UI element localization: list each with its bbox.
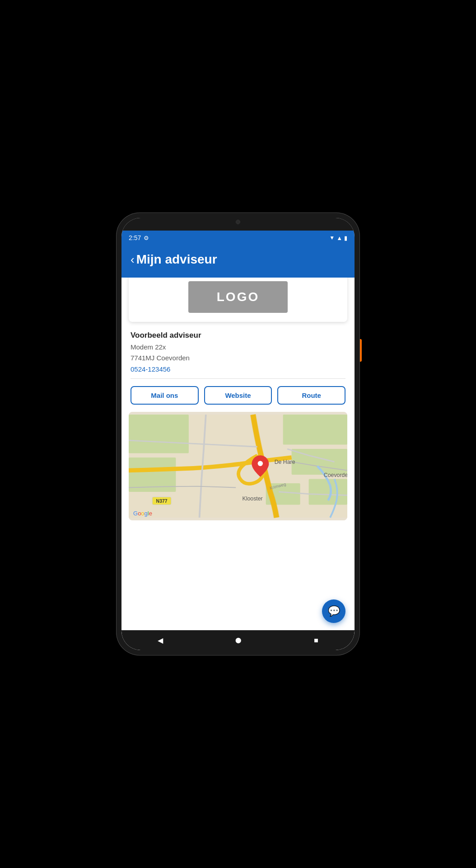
notch	[211, 218, 265, 226]
google-g: G	[133, 510, 138, 517]
svg-text:Coevorder: Coevorder	[324, 472, 347, 478]
svg-text:De Hare: De Hare	[275, 459, 295, 465]
phone-frame: 2:57 ⚙ ▼ ▲ ▮ ‹ Mijn adviseur LOGO	[116, 212, 360, 656]
svg-rect-1	[129, 415, 189, 453]
website-button[interactable]: Website	[204, 386, 272, 405]
bottom-nav-bar: ◀ ⬤ ◼	[121, 630, 355, 650]
google-logo: Google	[133, 510, 152, 517]
advisor-address-line1: Modem 22x	[131, 342, 345, 353]
advisor-phone[interactable]: 0524-123456	[131, 365, 345, 373]
action-buttons-row: Mail ons Website Route	[121, 379, 355, 412]
logo-placeholder: LOGO	[188, 281, 288, 313]
svg-text:N377: N377	[156, 499, 168, 504]
route-button[interactable]: Route	[277, 386, 345, 405]
svg-rect-3	[283, 415, 347, 444]
settings-icon: ⚙	[144, 235, 149, 241]
advisor-address-line2: 7741MJ Coevorden	[131, 353, 345, 363]
wifi-icon: ▼	[329, 235, 335, 241]
signal-icon: ▲	[336, 235, 342, 241]
chat-fab-button[interactable]: 💬	[322, 599, 345, 623]
logo-card: LOGO	[129, 278, 347, 322]
status-left: 2:57 ⚙	[129, 234, 149, 241]
nav-back-button[interactable]: ◀	[150, 632, 170, 648]
side-button	[360, 339, 362, 362]
map-svg: N377 Krimweg De Hare Coevorder Klooster	[129, 412, 347, 520]
phone-screen: 2:57 ⚙ ▼ ▲ ▮ ‹ Mijn adviseur LOGO	[121, 218, 355, 650]
chat-icon: 💬	[328, 605, 340, 617]
advisor-info: Voorbeeld adviseur Modem 22x 7741MJ Coev…	[121, 322, 355, 378]
back-arrow-icon[interactable]: ‹	[131, 254, 135, 265]
time-display: 2:57	[129, 234, 141, 241]
notch-bar	[121, 218, 355, 231]
nav-home-button[interactable]: ⬤	[228, 633, 248, 647]
nav-recents-button[interactable]: ◼	[307, 633, 326, 647]
page-title: Mijn adviseur	[136, 252, 217, 267]
map-container[interactable]: N377 Krimweg De Hare Coevorder Klooster …	[129, 412, 347, 520]
logo-text: LOGO	[217, 290, 259, 304]
camera	[236, 220, 240, 224]
status-right: ▼ ▲ ▮	[329, 235, 347, 241]
back-title-row: ‹ Mijn adviseur	[131, 252, 345, 267]
page-header: ‹ Mijn adviseur	[121, 245, 355, 278]
mail-button[interactable]: Mail ons	[131, 386, 199, 405]
svg-text:Klooster: Klooster	[242, 495, 262, 502]
battery-icon: ▮	[344, 235, 347, 241]
status-bar: 2:57 ⚙ ▼ ▲ ▮	[121, 231, 355, 245]
svg-point-14	[258, 461, 263, 466]
advisor-name: Voorbeeld adviseur	[131, 331, 345, 340]
content-area: LOGO Voorbeeld adviseur Modem 22x 7741MJ…	[121, 278, 355, 630]
